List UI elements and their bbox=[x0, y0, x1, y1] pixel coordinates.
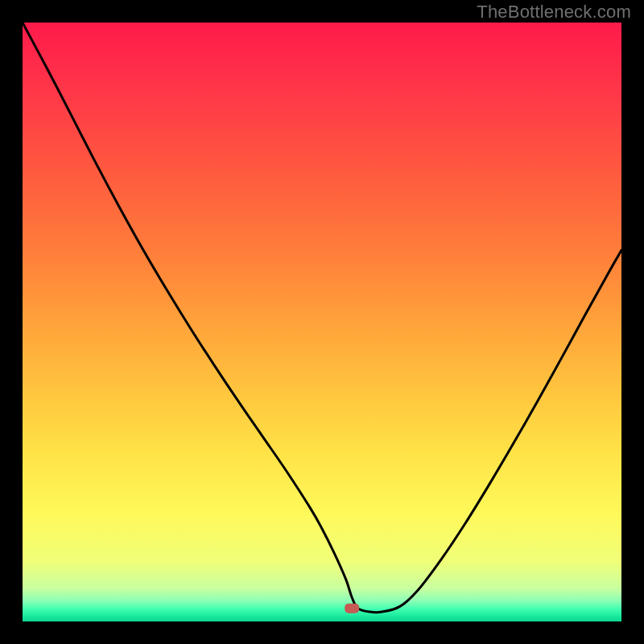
chart-frame: TheBottleneck.com bbox=[0, 0, 644, 644]
watermark-text: TheBottleneck.com bbox=[477, 2, 631, 23]
gradient-background bbox=[23, 23, 621, 621]
plot-area bbox=[23, 23, 621, 621]
minimum-marker bbox=[345, 604, 359, 613]
plot-svg bbox=[23, 23, 621, 621]
